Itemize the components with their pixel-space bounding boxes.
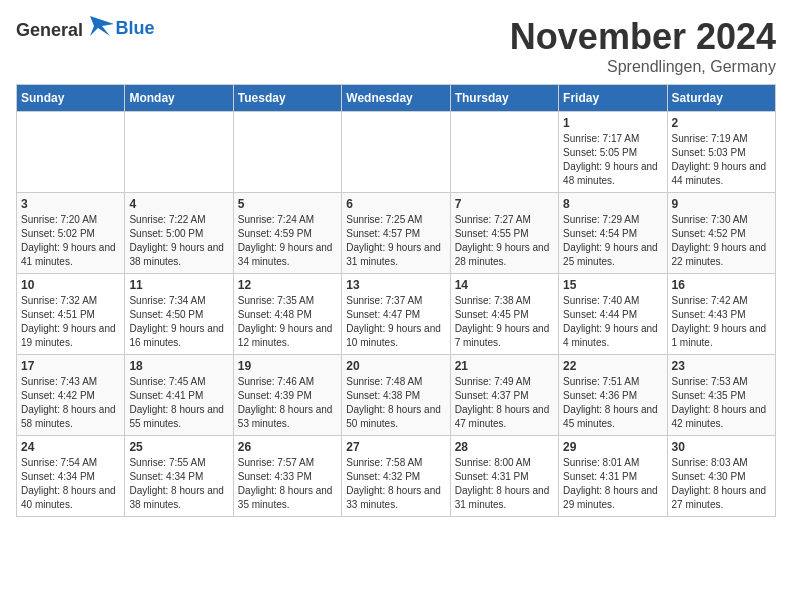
calendar-week-3: 10Sunrise: 7:32 AM Sunset: 4:51 PM Dayli… — [17, 274, 776, 355]
calendar-cell: 30Sunrise: 8:03 AM Sunset: 4:30 PM Dayli… — [667, 436, 775, 517]
calendar-cell: 24Sunrise: 7:54 AM Sunset: 4:34 PM Dayli… — [17, 436, 125, 517]
day-info: Sunrise: 7:53 AM Sunset: 4:35 PM Dayligh… — [672, 375, 771, 431]
calendar-cell: 4Sunrise: 7:22 AM Sunset: 5:00 PM Daylig… — [125, 193, 233, 274]
day-number: 25 — [129, 440, 228, 454]
day-number: 12 — [238, 278, 337, 292]
calendar-cell: 12Sunrise: 7:35 AM Sunset: 4:48 PM Dayli… — [233, 274, 341, 355]
day-number: 20 — [346, 359, 445, 373]
calendar-week-1: 1Sunrise: 7:17 AM Sunset: 5:05 PM Daylig… — [17, 112, 776, 193]
day-number: 9 — [672, 197, 771, 211]
logo: General Blue — [16, 16, 155, 41]
calendar-cell — [233, 112, 341, 193]
day-info: Sunrise: 7:32 AM Sunset: 4:51 PM Dayligh… — [21, 294, 120, 350]
calendar-week-2: 3Sunrise: 7:20 AM Sunset: 5:02 PM Daylig… — [17, 193, 776, 274]
calendar-cell: 10Sunrise: 7:32 AM Sunset: 4:51 PM Dayli… — [17, 274, 125, 355]
day-number: 2 — [672, 116, 771, 130]
calendar-cell — [450, 112, 558, 193]
day-info: Sunrise: 7:48 AM Sunset: 4:38 PM Dayligh… — [346, 375, 445, 431]
month-title: November 2024 — [510, 16, 776, 58]
calendar-cell: 21Sunrise: 7:49 AM Sunset: 4:37 PM Dayli… — [450, 355, 558, 436]
calendar-cell: 1Sunrise: 7:17 AM Sunset: 5:05 PM Daylig… — [559, 112, 667, 193]
calendar-cell: 3Sunrise: 7:20 AM Sunset: 5:02 PM Daylig… — [17, 193, 125, 274]
day-number: 15 — [563, 278, 662, 292]
day-info: Sunrise: 7:25 AM Sunset: 4:57 PM Dayligh… — [346, 213, 445, 269]
logo-blue: Blue — [116, 18, 155, 38]
day-info: Sunrise: 7:40 AM Sunset: 4:44 PM Dayligh… — [563, 294, 662, 350]
calendar: SundayMondayTuesdayWednesdayThursdayFrid… — [16, 84, 776, 517]
calendar-cell — [17, 112, 125, 193]
day-number: 21 — [455, 359, 554, 373]
calendar-cell: 29Sunrise: 8:01 AM Sunset: 4:31 PM Dayli… — [559, 436, 667, 517]
day-info: Sunrise: 7:57 AM Sunset: 4:33 PM Dayligh… — [238, 456, 337, 512]
weekday-header-row: SundayMondayTuesdayWednesdayThursdayFrid… — [17, 85, 776, 112]
day-info: Sunrise: 7:30 AM Sunset: 4:52 PM Dayligh… — [672, 213, 771, 269]
day-info: Sunrise: 7:38 AM Sunset: 4:45 PM Dayligh… — [455, 294, 554, 350]
logo-icon — [90, 16, 114, 36]
day-number: 8 — [563, 197, 662, 211]
calendar-cell: 25Sunrise: 7:55 AM Sunset: 4:34 PM Dayli… — [125, 436, 233, 517]
calendar-cell: 9Sunrise: 7:30 AM Sunset: 4:52 PM Daylig… — [667, 193, 775, 274]
calendar-cell: 26Sunrise: 7:57 AM Sunset: 4:33 PM Dayli… — [233, 436, 341, 517]
calendar-cell: 18Sunrise: 7:45 AM Sunset: 4:41 PM Dayli… — [125, 355, 233, 436]
calendar-cell — [342, 112, 450, 193]
calendar-cell: 19Sunrise: 7:46 AM Sunset: 4:39 PM Dayli… — [233, 355, 341, 436]
day-number: 10 — [21, 278, 120, 292]
day-number: 14 — [455, 278, 554, 292]
calendar-week-5: 24Sunrise: 7:54 AM Sunset: 4:34 PM Dayli… — [17, 436, 776, 517]
day-info: Sunrise: 7:46 AM Sunset: 4:39 PM Dayligh… — [238, 375, 337, 431]
location-title: Sprendlingen, Germany — [510, 58, 776, 76]
weekday-header-saturday: Saturday — [667, 85, 775, 112]
day-info: Sunrise: 7:45 AM Sunset: 4:41 PM Dayligh… — [129, 375, 228, 431]
day-number: 22 — [563, 359, 662, 373]
day-number: 1 — [563, 116, 662, 130]
day-number: 26 — [238, 440, 337, 454]
weekday-header-sunday: Sunday — [17, 85, 125, 112]
day-number: 24 — [21, 440, 120, 454]
day-info: Sunrise: 7:42 AM Sunset: 4:43 PM Dayligh… — [672, 294, 771, 350]
calendar-cell: 7Sunrise: 7:27 AM Sunset: 4:55 PM Daylig… — [450, 193, 558, 274]
calendar-cell: 16Sunrise: 7:42 AM Sunset: 4:43 PM Dayli… — [667, 274, 775, 355]
day-number: 23 — [672, 359, 771, 373]
day-number: 30 — [672, 440, 771, 454]
weekday-header-wednesday: Wednesday — [342, 85, 450, 112]
calendar-cell: 2Sunrise: 7:19 AM Sunset: 5:03 PM Daylig… — [667, 112, 775, 193]
day-number: 29 — [563, 440, 662, 454]
day-info: Sunrise: 7:27 AM Sunset: 4:55 PM Dayligh… — [455, 213, 554, 269]
day-info: Sunrise: 7:43 AM Sunset: 4:42 PM Dayligh… — [21, 375, 120, 431]
svg-marker-0 — [90, 16, 114, 36]
calendar-cell: 13Sunrise: 7:37 AM Sunset: 4:47 PM Dayli… — [342, 274, 450, 355]
weekday-header-tuesday: Tuesday — [233, 85, 341, 112]
day-info: Sunrise: 7:19 AM Sunset: 5:03 PM Dayligh… — [672, 132, 771, 188]
calendar-cell: 11Sunrise: 7:34 AM Sunset: 4:50 PM Dayli… — [125, 274, 233, 355]
calendar-cell: 23Sunrise: 7:53 AM Sunset: 4:35 PM Dayli… — [667, 355, 775, 436]
day-info: Sunrise: 7:29 AM Sunset: 4:54 PM Dayligh… — [563, 213, 662, 269]
day-info: Sunrise: 8:01 AM Sunset: 4:31 PM Dayligh… — [563, 456, 662, 512]
day-number: 4 — [129, 197, 228, 211]
weekday-header-thursday: Thursday — [450, 85, 558, 112]
day-number: 18 — [129, 359, 228, 373]
logo-general: General — [16, 20, 83, 40]
day-info: Sunrise: 8:03 AM Sunset: 4:30 PM Dayligh… — [672, 456, 771, 512]
day-info: Sunrise: 7:22 AM Sunset: 5:00 PM Dayligh… — [129, 213, 228, 269]
calendar-cell: 15Sunrise: 7:40 AM Sunset: 4:44 PM Dayli… — [559, 274, 667, 355]
calendar-cell: 17Sunrise: 7:43 AM Sunset: 4:42 PM Dayli… — [17, 355, 125, 436]
page-header: General Blue November 2024 Sprendlingen,… — [16, 16, 776, 76]
day-info: Sunrise: 7:58 AM Sunset: 4:32 PM Dayligh… — [346, 456, 445, 512]
calendar-cell: 8Sunrise: 7:29 AM Sunset: 4:54 PM Daylig… — [559, 193, 667, 274]
day-info: Sunrise: 8:00 AM Sunset: 4:31 PM Dayligh… — [455, 456, 554, 512]
day-info: Sunrise: 7:49 AM Sunset: 4:37 PM Dayligh… — [455, 375, 554, 431]
day-info: Sunrise: 7:51 AM Sunset: 4:36 PM Dayligh… — [563, 375, 662, 431]
title-block: November 2024 Sprendlingen, Germany — [510, 16, 776, 76]
day-number: 7 — [455, 197, 554, 211]
calendar-cell — [125, 112, 233, 193]
day-number: 27 — [346, 440, 445, 454]
day-info: Sunrise: 7:24 AM Sunset: 4:59 PM Dayligh… — [238, 213, 337, 269]
day-info: Sunrise: 7:37 AM Sunset: 4:47 PM Dayligh… — [346, 294, 445, 350]
calendar-cell: 6Sunrise: 7:25 AM Sunset: 4:57 PM Daylig… — [342, 193, 450, 274]
day-info: Sunrise: 7:17 AM Sunset: 5:05 PM Dayligh… — [563, 132, 662, 188]
day-number: 16 — [672, 278, 771, 292]
day-number: 28 — [455, 440, 554, 454]
day-info: Sunrise: 7:35 AM Sunset: 4:48 PM Dayligh… — [238, 294, 337, 350]
day-info: Sunrise: 7:55 AM Sunset: 4:34 PM Dayligh… — [129, 456, 228, 512]
day-number: 19 — [238, 359, 337, 373]
